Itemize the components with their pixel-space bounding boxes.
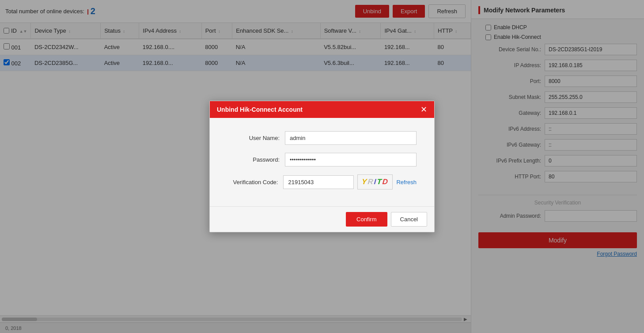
main-container: Total number of online devices: | 2 Unbi…: [0, 0, 644, 333]
captcha-image: YRITD: [357, 174, 393, 189]
captcha-text: YRITD: [361, 178, 389, 186]
modal-close-button[interactable]: ✕: [420, 106, 427, 114]
username-label: User Name:: [227, 135, 285, 141]
username-input[interactable]: [285, 131, 417, 145]
password-input[interactable]: [285, 153, 417, 166]
modal-footer: Confirm Cancel: [210, 206, 434, 232]
password-label: Password:: [227, 156, 285, 163]
password-row: Password:: [227, 153, 417, 166]
cancel-button[interactable]: Cancel: [391, 212, 427, 227]
modal-title: Unbind Hik-Connect Account: [217, 106, 303, 113]
username-row: User Name:: [227, 131, 417, 145]
verification-code-label: Verification Code:: [227, 179, 283, 185]
modal-overlay: Unbind Hik-Connect Account ✕ User Name: …: [0, 0, 644, 333]
verification-code-input[interactable]: [283, 175, 354, 189]
modal-header: Unbind Hik-Connect Account ✕: [210, 101, 434, 118]
verification-code-row: Verification Code: YRITD Refresh: [227, 174, 417, 189]
modal-body: User Name: Password: Verification Code: …: [210, 118, 434, 206]
captcha-row: YRITD Refresh: [283, 174, 417, 189]
captcha-refresh-button[interactable]: Refresh: [396, 179, 417, 185]
confirm-button[interactable]: Confirm: [346, 212, 387, 227]
unbind-modal: Unbind Hik-Connect Account ✕ User Name: …: [209, 101, 435, 232]
